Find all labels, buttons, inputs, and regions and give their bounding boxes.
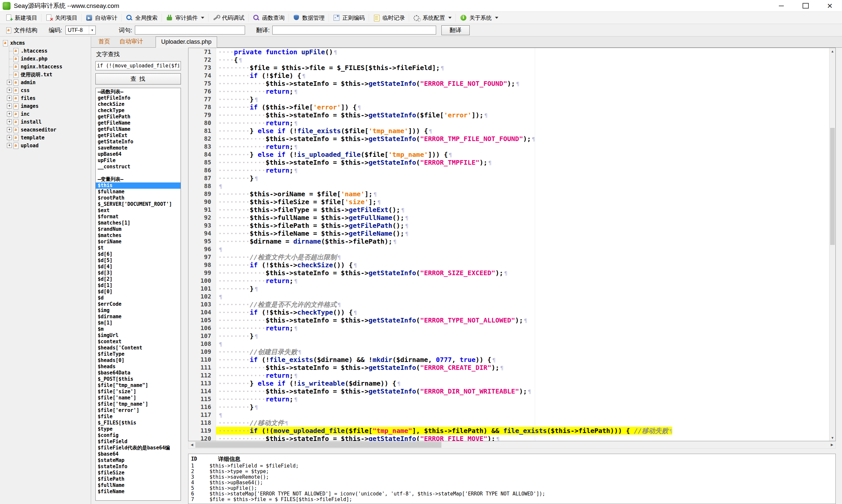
code-line[interactable]: 82············$this->stateInfo = $this->… bbox=[189, 135, 829, 143]
horizontal-scroll-thumb[interactable] bbox=[195, 442, 442, 448]
translate-input[interactable] bbox=[272, 26, 436, 35]
scroll-up-arrow-icon[interactable] bbox=[829, 48, 836, 54]
translate-button[interactable]: 翻译 bbox=[442, 25, 470, 35]
search-button[interactable]: 查 找 bbox=[95, 73, 181, 85]
code-line[interactable]: 94········$this->fileName = $this->getFi… bbox=[189, 230, 829, 237]
code-line[interactable]: 110········if (!file_exists($dirname) &&… bbox=[189, 356, 829, 364]
function-list-item[interactable]: __construct bbox=[96, 164, 181, 170]
code-line[interactable]: 118········//移动文件 bbox=[189, 419, 829, 427]
close-button[interactable] bbox=[818, 0, 842, 12]
detail-row[interactable]: 7$file = $this->file = $_FILES[$this->fi… bbox=[189, 497, 836, 502]
scroll-left-arrow-icon[interactable] bbox=[189, 441, 195, 448]
variable-list-item[interactable]: $file['name'] bbox=[96, 395, 181, 401]
variable-list-item[interactable]: $fileType bbox=[96, 351, 181, 357]
tree-item[interactable]: css bbox=[6, 87, 91, 94]
function-list-item[interactable]: getStateInfo bbox=[96, 139, 181, 145]
variable-list-item[interactable]: $ext bbox=[96, 208, 181, 214]
variable-list-item[interactable]: $config bbox=[96, 432, 181, 438]
variable-list-item[interactable]: $base64 bbox=[96, 451, 181, 457]
variable-list-item[interactable]: $matches bbox=[96, 232, 181, 239]
variable-list-item[interactable]: $t bbox=[96, 245, 181, 251]
variable-list-item[interactable]: $context bbox=[96, 339, 181, 345]
tree-item[interactable]: images bbox=[6, 102, 91, 110]
function-list-item[interactable]: upFile bbox=[96, 158, 181, 164]
code-line[interactable]: 119········if (!(move_uploaded_file($fil… bbox=[189, 427, 829, 435]
minimize-button[interactable] bbox=[769, 0, 793, 12]
tree-item[interactable]: nginx.htaccess bbox=[6, 63, 91, 71]
function-list-item[interactable]: checkType bbox=[96, 108, 181, 114]
code-line[interactable]: 104········if (!$this->checkType()) { bbox=[189, 308, 829, 316]
variable-list-item[interactable]: $heads['Content bbox=[96, 345, 181, 351]
variable-list-item[interactable]: $fileName bbox=[96, 489, 181, 495]
variable-list-item[interactable]: $file["tmp_name"] bbox=[96, 382, 181, 389]
code-line[interactable]: 115············return; bbox=[189, 395, 829, 403]
function-list-item[interactable]: getFileInfo bbox=[96, 95, 181, 101]
variable-list-item[interactable]: $this bbox=[96, 182, 181, 189]
variable-list-item[interactable]: $d[3] bbox=[96, 270, 181, 276]
variable-list-item[interactable]: $d[0] bbox=[96, 289, 181, 295]
detail-row[interactable]: 4$this->upBase64(); bbox=[189, 480, 836, 485]
code-line[interactable]: 106············return; bbox=[189, 324, 829, 332]
code-line[interactable]: 107········} bbox=[189, 332, 829, 340]
variable-list-item[interactable]: $m[1] bbox=[96, 320, 181, 326]
variable-list-item[interactable]: $file bbox=[96, 414, 181, 420]
tree-root-item[interactable]: xhcms bbox=[3, 39, 91, 47]
function-list-item[interactable]: upBase64 bbox=[96, 151, 181, 158]
code-line[interactable]: 75············$this->stateInfo = $this->… bbox=[189, 79, 829, 87]
expand-plus-icon[interactable] bbox=[7, 119, 12, 124]
tab-Uploader.class.php[interactable]: Uploader.class.php bbox=[156, 36, 217, 48]
variable-list-item[interactable]: $fullname bbox=[96, 189, 181, 195]
scroll-down-arrow-icon[interactable] bbox=[829, 435, 836, 441]
function-list-item[interactable]: getFileName bbox=[96, 120, 181, 126]
code-line[interactable]: 103········//检查是否不允许的文件格式 bbox=[189, 301, 829, 308]
detail-row[interactable]: 5$this->upFile(); bbox=[189, 485, 836, 491]
file-structure-toggle[interactable]: 文件结构 bbox=[6, 26, 37, 34]
code-line[interactable]: 108 bbox=[189, 340, 829, 348]
tree-item[interactable]: upload bbox=[6, 142, 91, 149]
code-line[interactable]: 78········if ($this->file['error']) { bbox=[189, 103, 829, 111]
toolbar-button-data-manage[interactable]: 数据管理 bbox=[289, 13, 328, 23]
code-line[interactable]: 80············return; bbox=[189, 119, 829, 127]
toolbar-button-system-config[interactable]: 系统配置 bbox=[410, 13, 455, 23]
code-editor[interactable]: 71····private function upFile()72····{73… bbox=[188, 48, 836, 441]
tree-item[interactable]: index.php bbox=[6, 55, 91, 63]
code-line[interactable]: 96 bbox=[189, 245, 829, 253]
code-line[interactable]: 99············$this->stateInfo = $this->… bbox=[189, 269, 829, 277]
toolbar-button-audit-plugin[interactable]: 审计插件 bbox=[162, 13, 208, 23]
code-line[interactable]: 100············return; bbox=[189, 277, 829, 285]
editor-horizontal-scrollbar[interactable] bbox=[188, 441, 836, 449]
variable-list-item[interactable]: $d[6] bbox=[96, 251, 181, 257]
code-line[interactable]: 109········//创建目录失败 bbox=[189, 348, 829, 356]
encoding-select[interactable]: UTF-8 bbox=[66, 26, 96, 35]
variable-list-item[interactable]: $d[4] bbox=[96, 264, 181, 270]
code-line[interactable]: 77········} bbox=[189, 95, 829, 103]
variable-list-item[interactable]: $errCode bbox=[96, 301, 181, 307]
variable-list-item[interactable]: $heads bbox=[96, 364, 181, 370]
toolbar-button-auto-audit[interactable]: 自动审计 bbox=[82, 13, 121, 23]
expand-plus-icon[interactable] bbox=[7, 143, 12, 148]
expand-plus-icon[interactable] bbox=[7, 135, 12, 140]
code-line[interactable]: 74········if (!$file) { bbox=[189, 72, 829, 79]
detail-row[interactable]: 6$this->stateMap['ERROR_TYPE_NOT_ALLOWED… bbox=[189, 491, 836, 497]
variable-list-item[interactable]: $file['tmp_name'] bbox=[96, 401, 181, 407]
tree-item[interactable]: 使用说明.txt bbox=[6, 71, 91, 78]
maximize-button[interactable] bbox=[793, 0, 818, 12]
toolbar-button-about-system[interactable]: 关于系统 bbox=[456, 13, 502, 23]
code-line[interactable]: 92········$this->fullName = $this->getFu… bbox=[189, 214, 829, 221]
variable-list-item[interactable]: $d bbox=[96, 295, 181, 301]
variable-list-item[interactable]: $randNum bbox=[96, 226, 181, 232]
variable-list-item[interactable]: $format bbox=[96, 214, 181, 220]
tab-首页[interactable]: 首页 bbox=[94, 36, 115, 47]
toolbar-button-new-project[interactable]: 新建项目 bbox=[2, 13, 40, 23]
code-line[interactable]: 101········} bbox=[189, 285, 829, 293]
variable-list-item[interactable]: $_POST[$this bbox=[96, 376, 181, 382]
code-line[interactable]: 117 bbox=[189, 411, 829, 419]
variable-list-item[interactable]: $oriName bbox=[96, 239, 181, 245]
code-line[interactable]: 83············return; bbox=[189, 143, 829, 150]
expand-plus-icon[interactable] bbox=[7, 80, 12, 85]
variable-list-item[interactable]: $d[1] bbox=[96, 283, 181, 289]
toolbar-button-regex-encode[interactable]: 正则编码 bbox=[329, 13, 368, 23]
tree-item[interactable]: template bbox=[6, 134, 91, 142]
code-line[interactable]: 120············$this->stateInfo = $this-… bbox=[189, 435, 829, 441]
tree-item[interactable]: install bbox=[6, 118, 91, 126]
